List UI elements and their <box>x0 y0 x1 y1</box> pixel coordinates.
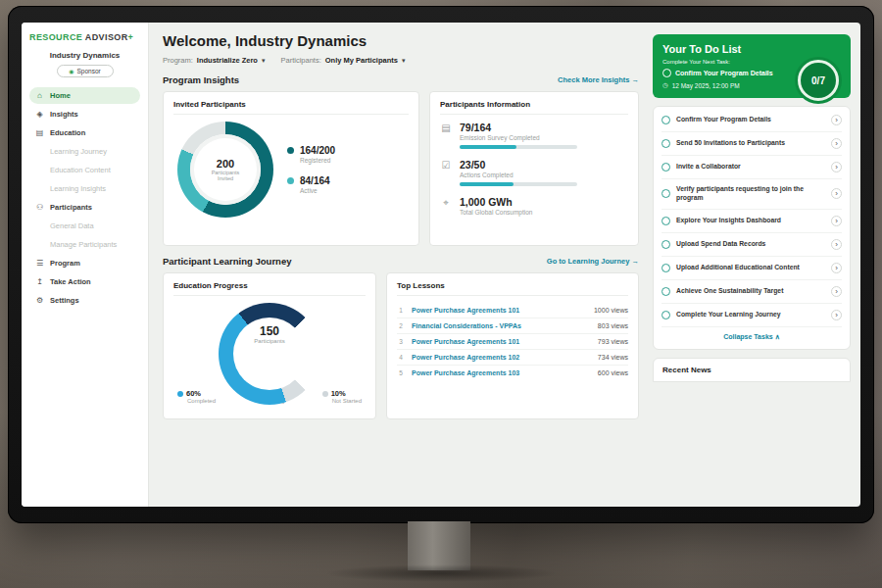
task-checkbox[interactable] <box>662 217 670 225</box>
lesson-row: 3 Power Purchase Agreements 101 793 view… <box>397 334 628 350</box>
lesson-views: 1000 views <box>594 307 628 314</box>
legend-value: 84/164 <box>300 175 330 186</box>
check-icon: ☑ <box>440 160 452 186</box>
task-row-achieve-target[interactable]: Achieve One Sustainability Target › <box>662 280 842 304</box>
sidebar-item-label: Learning Journey <box>50 147 107 156</box>
sidebar-item-learning-journey[interactable]: Learning Journey <box>29 143 140 160</box>
task-checkbox[interactable] <box>662 163 670 172</box>
legend-item-active: 84/164 Active <box>287 175 335 194</box>
task-checkbox[interactable] <box>662 311 670 319</box>
stat-value: 23/50 <box>460 159 577 171</box>
participants-filter[interactable]: Participants: Only My Participants ▾ <box>280 56 405 65</box>
lesson-rank: 3 <box>397 338 405 345</box>
chevron-right-icon[interactable]: › <box>831 188 842 199</box>
sidebar-item-education[interactable]: ▤ Education <box>29 124 140 141</box>
task-checkbox[interactable] <box>662 139 670 148</box>
donut-center-label: Participants Invited <box>206 170 245 181</box>
task-row-confirm-program[interactable]: Confirm Your Program Details › <box>662 109 842 132</box>
lesson-rank: 4 <box>397 354 405 361</box>
monitor-bezel: RESOURCE ADVISOR+ Industry Dynamics ◉ Sp… <box>8 6 874 523</box>
education-progress-gauge-chart <box>219 303 320 405</box>
task-row-invite-collaborator[interactable]: Invite a Collaborator › <box>662 156 842 179</box>
task-label: Explore Your Insights Dashboard <box>676 217 825 225</box>
stat-emission-survey: ▤ 79/164 Emission Survey Completed <box>440 122 628 149</box>
lesson-link[interactable]: Power Purchase Agreements 101 <box>412 338 591 345</box>
sponsor-icon: ◉ <box>69 68 74 74</box>
survey-icon: ▤ <box>440 122 452 149</box>
participants-information-card: Participants Information ▤ 79/164 Emissi… <box>429 91 639 246</box>
todo-title: Your To Do List <box>662 43 841 55</box>
logo-plus: + <box>128 32 134 42</box>
chevron-right-icon[interactable]: › <box>831 263 842 273</box>
gauge-center-value: 150 <box>219 324 320 338</box>
lesson-row: 4 Power Purchase Agreements 102 734 view… <box>397 350 628 366</box>
legend-value: 164/200 <box>300 145 335 156</box>
task-checkbox[interactable] <box>662 287 670 296</box>
sidebar-item-label: General Data <box>50 221 94 230</box>
task-row-upload-spend-data[interactable]: Upload Spend Data Records › <box>662 233 842 257</box>
task-checkbox[interactable] <box>662 189 670 198</box>
sidebar-item-insights[interactable]: ◈ Insights <box>29 106 140 122</box>
chevron-down-icon: ▾ <box>402 57 406 65</box>
lesson-row: 5 Power Purchase Agreements 103 600 view… <box>397 366 628 380</box>
task-row-verify-participants[interactable]: Verify participants requesting to join t… <box>662 179 842 210</box>
lesson-link[interactable]: Financial Considerations - VPPAs <box>412 322 591 329</box>
sidebar-item-learning-insights[interactable]: Learning Insights <box>29 180 140 197</box>
task-checkbox[interactable] <box>662 116 670 124</box>
lesson-views: 734 views <box>598 354 628 361</box>
task-row-explore-insights[interactable]: Explore Your Insights Dashboard › <box>662 210 842 233</box>
monitor-stand <box>408 521 470 570</box>
sidebar-item-settings[interactable]: ⚙ Settings <box>29 292 140 309</box>
top-lessons-card: Top Lessons 1 Power Purchase Agreements … <box>386 272 639 419</box>
legend-dot <box>322 391 328 397</box>
sidebar-item-label: Take Action <box>50 277 91 286</box>
chevron-right-icon[interactable]: › <box>831 162 842 172</box>
task-row-send-invitations[interactable]: Send 50 Invitations to Participants › <box>662 132 842 156</box>
task-row-complete-learning-journey[interactable]: Complete Your Learning Journey › <box>662 304 842 327</box>
sidebar-item-education-content[interactable]: Education Content <box>29 162 140 178</box>
chevron-right-icon[interactable]: › <box>831 239 842 250</box>
go-to-learning-journey-link[interactable]: Go to Learning Journey → <box>547 257 639 266</box>
program-filter[interactable]: Program: Industrialize Zero ▾ <box>163 56 265 65</box>
dashboard-screen: RESOURCE ADVISOR+ Industry Dynamics ◉ Sp… <box>22 23 860 507</box>
legend-pct: 10% <box>331 389 346 398</box>
chevron-right-icon[interactable]: › <box>831 310 842 320</box>
sidebar-item-participants[interactable]: ⚇ Participants <box>29 199 140 216</box>
task-row-upload-educational-content[interactable]: Upload Additional Educational Content › <box>662 257 842 280</box>
lesson-views: 793 views <box>598 338 628 345</box>
sidebar-item-take-action[interactable]: ↥ Take Action <box>29 273 140 290</box>
collapse-tasks-link[interactable]: Collapse Tasks ∧ <box>662 327 842 347</box>
legend-label: Not Started <box>332 398 362 404</box>
lesson-link[interactable]: Power Purchase Agreements 102 <box>412 354 591 361</box>
program-filter-value: Industrialize Zero <box>197 56 258 65</box>
lesson-rank: 5 <box>397 369 405 376</box>
stat-label: Emission Survey Completed <box>460 134 577 141</box>
program-filter-label: Program: <box>163 56 193 65</box>
chevron-right-icon[interactable]: › <box>831 115 842 125</box>
clock-icon: ◷ <box>662 81 668 89</box>
collapse-label: Collapse Tasks <box>723 333 772 340</box>
task-label: Upload Spend Data Records <box>676 240 825 249</box>
sidebar-item-home[interactable]: ⌂ Home <box>29 87 140 104</box>
program-icon: ☰ <box>35 259 44 268</box>
lesson-views: 600 views <box>598 369 628 376</box>
chevron-right-icon[interactable]: › <box>831 138 842 149</box>
sponsor-badge[interactable]: ◉ Sponsor <box>57 65 114 77</box>
check-more-insights-link[interactable]: Check More Insights → <box>558 75 639 84</box>
sidebar-item-general-data[interactable]: General Data <box>29 218 140 234</box>
recent-news-card: Recent News <box>653 358 851 382</box>
take-action-icon: ↥ <box>35 277 44 286</box>
donut-center-value: 200 <box>217 158 234 170</box>
lesson-link[interactable]: Power Purchase Agreements 103 <box>412 369 591 376</box>
lesson-link[interactable]: Power Purchase Agreements 101 <box>412 307 587 314</box>
progress-bar <box>460 145 577 149</box>
task-checkbox[interactable] <box>662 240 670 249</box>
logo-resource: RESOURCE <box>29 32 82 42</box>
recent-news-title: Recent News <box>662 366 841 374</box>
participants-filter-label: Participants: <box>280 56 320 65</box>
sidebar-item-program[interactable]: ☰ Program <box>29 255 140 271</box>
task-checkbox[interactable] <box>662 264 670 272</box>
chevron-right-icon[interactable]: › <box>831 286 842 297</box>
sidebar-item-manage-participants[interactable]: Manage Participants <box>29 236 140 253</box>
chevron-right-icon[interactable]: › <box>831 216 842 226</box>
